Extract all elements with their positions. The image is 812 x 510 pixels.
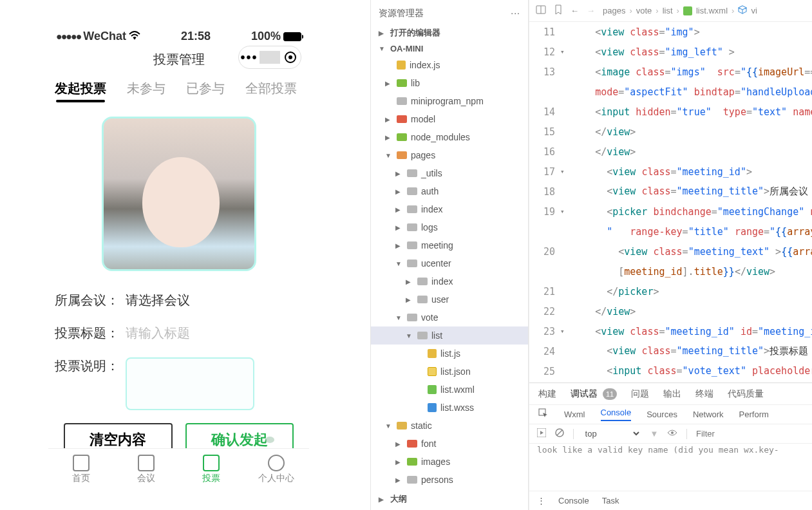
file-tree: index.js▶libminiprogram_npm▶model▶node_m… xyxy=(371,56,528,489)
folder-icon xyxy=(397,115,407,123)
context-select[interactable]: top xyxy=(583,428,641,439)
footer-task[interactable]: Task xyxy=(602,496,619,505)
explorer-more-icon[interactable]: ··· xyxy=(511,8,520,19)
folder-icon xyxy=(417,332,428,339)
eye-icon[interactable] xyxy=(667,429,677,439)
clear-icon[interactable] xyxy=(555,428,564,439)
desc-textarea[interactable] xyxy=(126,357,254,410)
debugger-badge: 11 xyxy=(603,388,617,400)
play-icon[interactable] xyxy=(537,428,546,439)
sub-sources[interactable]: Sources xyxy=(647,410,677,419)
folder-_utils[interactable]: ▶_utils xyxy=(371,164,528,182)
dt-tab-output[interactable]: 输出 xyxy=(663,388,681,400)
wifi-icon xyxy=(129,31,140,42)
code-editor[interactable]: 11 <view class="img">12▾ <view class="im… xyxy=(529,22,812,382)
tab-create-vote[interactable]: 发起投票 xyxy=(55,80,106,97)
folder-pages[interactable]: ▼pages xyxy=(371,146,528,164)
folder-auth[interactable]: ▶auth xyxy=(371,182,528,200)
file-list.json[interactable]: list.json xyxy=(371,363,528,381)
footer-console[interactable]: Console xyxy=(558,496,589,505)
meeting-picker[interactable]: 请选择会议 xyxy=(126,292,190,309)
bookmark-icon[interactable] xyxy=(554,5,563,17)
folder-icon xyxy=(397,97,407,105)
tab-all-votes[interactable]: 全部投票 xyxy=(245,80,297,97)
folder-icon xyxy=(407,260,417,267)
tabbar-home[interactable]: 首页 xyxy=(48,449,113,489)
sub-performance[interactable]: Perform xyxy=(739,410,769,419)
folder-logs[interactable]: ▶logs xyxy=(371,218,528,236)
folder-ucenter[interactable]: ▼ucenter xyxy=(371,254,528,272)
file-index.js[interactable]: index.js xyxy=(371,56,528,74)
open-editors-section[interactable]: ▶ 打开的编辑器 xyxy=(371,24,528,41)
dt-tab-terminal[interactable]: 终端 xyxy=(695,388,713,400)
folder-lib[interactable]: ▶lib xyxy=(371,74,528,92)
folder-icon xyxy=(397,151,407,159)
simulator-panel: ●●●●● WeChat 21:58 100% 投票管理 ••• xyxy=(0,0,370,510)
folder-miniprogram_npm[interactable]: miniprogram_npm xyxy=(371,92,528,110)
folder-node_modules[interactable]: ▶node_modules xyxy=(371,128,528,146)
file-icon xyxy=(428,403,437,412)
clock: 21:58 xyxy=(181,30,211,43)
folder-icon xyxy=(407,169,417,177)
folder-index[interactable]: ▶index xyxy=(371,272,528,290)
split-icon[interactable] xyxy=(536,5,546,17)
outline-section[interactable]: ▶ 大纲 xyxy=(371,491,528,507)
capsule-menu-button[interactable]: ••• xyxy=(239,50,260,65)
inspect-icon[interactable] xyxy=(538,408,549,420)
folder-font[interactable]: ▶font xyxy=(371,435,528,453)
project-section[interactable]: ▼ OA-MINI xyxy=(371,41,528,56)
folder-icon xyxy=(407,458,417,466)
drawer-more-icon[interactable]: ⋮ xyxy=(537,496,545,505)
tab-not-participated[interactable]: 未参与 xyxy=(127,80,165,97)
title-input[interactable]: 请输入标题 xyxy=(126,325,190,342)
svg-point-7 xyxy=(671,431,674,434)
capsule-close-button[interactable] xyxy=(280,52,301,63)
file-list.wxss[interactable]: list.wxss xyxy=(371,399,528,417)
battery-icon xyxy=(283,32,301,41)
folder-icon xyxy=(397,79,407,87)
tabbar-profile[interactable]: 个人中心 xyxy=(244,449,309,489)
editor-panel: ← → pages› vote› list› list.wxml› vi 11 … xyxy=(529,0,812,510)
dt-tab-build[interactable]: 构建 xyxy=(538,388,556,400)
status-bar: ●●●●● WeChat 21:58 100% xyxy=(48,26,309,46)
page-title: 投票管理 xyxy=(153,51,205,68)
file-icon xyxy=(428,385,437,394)
folder-meeting[interactable]: ▶meeting xyxy=(371,236,528,254)
meeting-icon xyxy=(138,455,155,471)
folder-user[interactable]: ▶user xyxy=(371,290,528,308)
tabbar-vote[interactable]: 投票 xyxy=(179,449,244,489)
file-icon xyxy=(428,349,437,358)
filter-input[interactable] xyxy=(696,429,804,439)
sub-network[interactable]: Network xyxy=(693,410,724,419)
upload-image[interactable] xyxy=(102,117,256,271)
folder-vote[interactable]: ▼vote xyxy=(371,308,528,326)
folder-static[interactable]: ▼static xyxy=(371,417,528,435)
folder-list[interactable]: ▼list xyxy=(371,326,528,345)
vote-tabs: 发起投票 未参与 已参与 全部投票 xyxy=(48,77,309,106)
file-list.js[interactable]: list.js xyxy=(371,345,528,363)
folder-icon xyxy=(397,133,407,141)
sub-console[interactable]: Console xyxy=(601,408,632,421)
dt-tab-quality[interactable]: 代码质量 xyxy=(728,388,764,400)
folder-model[interactable]: ▶model xyxy=(371,110,528,128)
folder-images[interactable]: ▶images xyxy=(371,453,528,471)
explorer-panel: 资源管理器 ··· ▶ 打开的编辑器 ▼ OA-MINI index.js▶li… xyxy=(370,0,529,510)
desc-label: 投票说明： xyxy=(55,357,119,375)
forward-icon[interactable]: → xyxy=(587,6,595,15)
folder-icon xyxy=(397,422,407,430)
folder-icon xyxy=(407,241,417,249)
tabbar-meeting[interactable]: 会议 xyxy=(113,449,178,489)
tab-participated[interactable]: 已参与 xyxy=(186,80,225,97)
profile-icon xyxy=(268,455,285,471)
home-icon xyxy=(73,455,90,471)
dt-tab-debugger[interactable]: 调试器 11 xyxy=(571,388,617,400)
sub-wxml[interactable]: Wxml xyxy=(564,410,585,419)
folder-persons[interactable]: ▶persons xyxy=(371,471,528,489)
battery-percent: 100% xyxy=(251,30,281,43)
folder-index[interactable]: ▶index xyxy=(371,200,528,218)
carrier-label: WeChat xyxy=(83,30,126,43)
back-icon[interactable]: ← xyxy=(571,6,579,15)
svg-line-6 xyxy=(557,430,562,435)
file-list.wxml[interactable]: list.wxml xyxy=(371,381,528,399)
dt-tab-problems[interactable]: 问题 xyxy=(631,388,649,400)
